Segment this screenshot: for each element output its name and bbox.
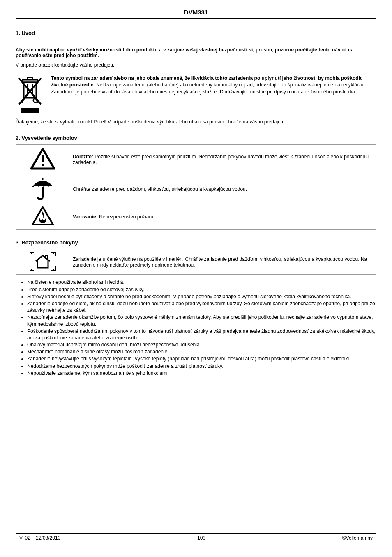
svg-rect-5 bbox=[28, 77, 32, 80]
list-item: Na čistenie nepoužívajte alkohol ani rie… bbox=[27, 279, 376, 285]
indoor-table: Zariadenie je určené výlučne na použitie… bbox=[16, 249, 376, 275]
indoor-icon-cell bbox=[16, 249, 69, 275]
umbrella-icon bbox=[30, 176, 56, 201]
thanks-text: Ďakujeme, že ste si vybrali produkt Pere… bbox=[16, 118, 376, 125]
table-row: Dôležité: Pozrite si návod ešte pred sam… bbox=[16, 145, 376, 174]
page-title: DVM331 bbox=[184, 9, 208, 16]
umbrella-icon-cell bbox=[16, 174, 69, 204]
svg-rect-11 bbox=[21, 108, 39, 113]
indoor-use-icon bbox=[29, 251, 56, 271]
weee-text: Tento symbol na zariadení alebo na jeho … bbox=[51, 75, 376, 116]
fire-text-cell: Varovanie: Nebezpečenstvo požiaru. bbox=[69, 204, 376, 230]
svg-rect-13 bbox=[42, 155, 44, 162]
weee-icon bbox=[16, 75, 44, 116]
list-item: Poškodenie spôsobené nedodržaním pokynov… bbox=[27, 328, 376, 341]
symbol-table: Dôležité: Pozrite si návod ešte pred sam… bbox=[16, 144, 376, 230]
weee-row: Tento symbol na zariadení alebo na jeho … bbox=[16, 75, 376, 116]
fire-icon-cell bbox=[16, 204, 69, 230]
table-row: Varovanie: Nebezpečenstvo požiaru. bbox=[16, 204, 376, 230]
list-item: Zariadenie odpojte od siete, ak ho dlhši… bbox=[27, 300, 376, 313]
warning-text-cell: Dôležité: Pozrite si návod ešte pred sam… bbox=[69, 145, 376, 174]
list-item: Nedodržanie bezpečnostných pokynov môže … bbox=[27, 363, 376, 369]
row-bold: Varovanie: bbox=[73, 214, 98, 220]
list-item: Obalový materiál uchovajte mimo dosahu d… bbox=[27, 341, 376, 348]
intro-line: V prípade otázok kontaktujte vášho preda… bbox=[16, 62, 376, 68]
svg-rect-14 bbox=[42, 164, 44, 166]
row-rest: Pozrite si návod ešte pred samotným použ… bbox=[73, 154, 369, 165]
section3-heading: 3. Bezpečnostné pokyny bbox=[16, 239, 376, 246]
warning-triangle-icon bbox=[30, 147, 56, 170]
fire-warning-icon bbox=[31, 206, 55, 226]
intro-bold: Aby ste mohli naplno využiť všetky možno… bbox=[16, 47, 376, 58]
list-item: Nezapínajte zariadenie okamžite po tom, … bbox=[27, 314, 376, 327]
footer-box: V. 02 – 22/08/2013 103 ©Velleman nv bbox=[16, 533, 376, 543]
list-item: Nepoužívajte zariadenie, kým sa neobozná… bbox=[27, 370, 376, 376]
indoor-text-cell: Zariadenie je určené výlučne na použitie… bbox=[69, 249, 376, 275]
list-item: Zariadenie nevystavujte príliš vysokým t… bbox=[27, 355, 376, 362]
section2-heading: 2. Vysvetlenie symbolov bbox=[16, 135, 376, 141]
row-rest: Chráňte zariadenie pred dažďom, vlhkosťo… bbox=[73, 186, 247, 192]
footer-page-number: 103 bbox=[197, 535, 205, 541]
weee-rest: Nelikvidujte zariadenie (alebo batérie) … bbox=[51, 82, 365, 94]
list-item: Sieťový kábel nesmie byť stlačený a chrá… bbox=[27, 293, 376, 300]
bullet-list: Na čistenie nepoužívajte alkohol ani rie… bbox=[27, 279, 376, 376]
row-bold: Dôležité: bbox=[73, 154, 93, 160]
footer-version: V. 02 – 22/08/2013 bbox=[19, 535, 60, 541]
table-row: Zariadenie je určené výlučne na použitie… bbox=[16, 249, 376, 275]
umbrella-text-cell: Chráňte zariadenie pred dažďom, vlhkosťo… bbox=[69, 174, 376, 204]
table-row: Chráňte zariadenie pred dažďom, vlhkosťo… bbox=[16, 174, 376, 204]
page-title-box: DVM331 bbox=[16, 6, 376, 19]
warning-icon-cell bbox=[16, 145, 69, 174]
indoor-text: Zariadenie je určené výlučne na použitie… bbox=[73, 256, 367, 268]
section1-heading: 1. Uvod bbox=[16, 30, 376, 36]
list-item: Mechanické namáhanie a silné otrasy môžu… bbox=[27, 348, 376, 355]
footer-copyright: ©Velleman nv bbox=[342, 535, 373, 541]
row-rest: Nebezpečenstvo požiaru. bbox=[98, 214, 155, 220]
list-item: Pred čistením odpojte zariadenie od sieť… bbox=[27, 286, 376, 293]
